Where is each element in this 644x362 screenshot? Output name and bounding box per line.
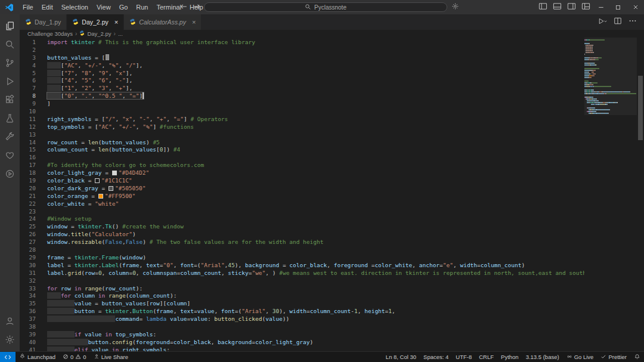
line-number[interactable]: 29 xyxy=(20,254,40,262)
line-number[interactable]: 16 xyxy=(20,154,40,162)
activity-tools-icon[interactable] xyxy=(0,128,20,146)
line-number[interactable]: 7 xyxy=(20,85,40,92)
code-line[interactable]: ["7", "8", "9", "x"], xyxy=(47,70,584,78)
line-number[interactable]: 1 xyxy=(20,39,40,47)
code-line[interactable] xyxy=(47,154,584,162)
line-number[interactable]: 6 xyxy=(20,77,40,85)
code-line[interactable]: ] xyxy=(47,100,584,108)
toggle-panel-icon[interactable] xyxy=(553,2,562,12)
more-actions-icon[interactable] xyxy=(628,17,637,27)
code-line[interactable]: ["1", "2", "3", "+"], xyxy=(47,85,584,92)
line-number[interactable]: 28 xyxy=(20,246,40,254)
python-interpreter[interactable]: 3.13.5 (base) xyxy=(522,354,563,360)
toggle-sidebar-icon[interactable] xyxy=(538,2,547,12)
line-number[interactable]: 31 xyxy=(20,270,40,277)
code-line[interactable]: for column in range(column_count): xyxy=(47,292,584,300)
activity-liveshare-icon[interactable] xyxy=(0,146,20,165)
maximize-icon[interactable] xyxy=(609,0,627,14)
line-number[interactable]: 26 xyxy=(20,231,40,239)
line-number[interactable]: 15 xyxy=(20,146,40,154)
code-line[interactable]: window.title("Calculator") xyxy=(47,231,584,239)
line-number[interactable]: 17 xyxy=(20,162,40,169)
tab-close-icon[interactable]: × xyxy=(114,19,118,26)
code-line[interactable]: window = tkinter.Tk() #create the window xyxy=(47,223,584,231)
command-center-search[interactable]: Pyclassnote xyxy=(204,2,447,12)
line-number[interactable]: 19 xyxy=(20,177,40,185)
code-line[interactable]: ["4", "5", "6", "-"], xyxy=(47,77,584,85)
activity-testing-icon[interactable] xyxy=(0,109,20,128)
menu-file[interactable]: File xyxy=(18,4,38,11)
settings-gear-icon[interactable] xyxy=(0,330,20,349)
code-line[interactable]: color_dark_gray = "#505050" xyxy=(47,185,584,193)
prettier-status[interactable]: Prettier xyxy=(597,354,630,361)
code-line[interactable]: command= lambda value=value: button_clic… xyxy=(47,315,584,323)
line-number[interactable]: 38 xyxy=(20,323,40,331)
code-line[interactable]: ["0", ".", "^0.5 ", "="] xyxy=(47,92,584,100)
code-line[interactable]: frame = tkinter.Frame(window) xyxy=(47,254,584,262)
line-number[interactable]: 18 xyxy=(20,169,40,177)
notifications-bell[interactable] xyxy=(630,353,644,361)
code-line[interactable] xyxy=(47,47,584,54)
line-number[interactable]: 20 xyxy=(20,185,40,193)
activity-extensions-icon[interactable] xyxy=(0,91,20,109)
code-line[interactable]: button_values = [ xyxy=(47,54,584,62)
code-line[interactable] xyxy=(47,246,584,254)
tab-day2[interactable]: Day_2.py × xyxy=(67,14,124,30)
line-number[interactable]: 32 xyxy=(20,277,40,285)
line-number[interactable]: 36 xyxy=(20,308,40,315)
problems-status[interactable]: 0 0 xyxy=(59,352,90,362)
line-number[interactable]: 8 xyxy=(20,92,40,100)
activity-source-control-icon[interactable] xyxy=(0,54,20,72)
eol-sequence[interactable]: CRLF xyxy=(475,354,497,360)
code-line[interactable]: right_symbols = ["/", "x", "-", "+", "="… xyxy=(47,116,584,123)
tab-day1[interactable]: Day_1.py xyxy=(20,14,67,30)
line-number[interactable]: 3 xyxy=(20,54,40,62)
cursor-position[interactable]: Ln 8, Col 30 xyxy=(382,354,420,360)
code-line[interactable] xyxy=(47,323,584,331)
toggle-secondary-sidebar-icon[interactable] xyxy=(567,2,576,12)
line-number[interactable]: 41 xyxy=(20,346,40,351)
code-line[interactable]: for row in range(row_count): xyxy=(47,285,584,293)
code-line[interactable]: #To identify the colors go to schemecolo… xyxy=(47,162,584,169)
code-line[interactable] xyxy=(47,131,584,139)
line-number[interactable]: 30 xyxy=(20,262,40,270)
line-number[interactable]: 11 xyxy=(20,116,40,123)
menu-selection[interactable]: Selection xyxy=(57,4,92,11)
code-line[interactable]: column_count = len(button_values[0]) #4 xyxy=(47,146,584,154)
activity-run-extension-icon[interactable] xyxy=(0,165,20,183)
line-number[interactable]: 14 xyxy=(20,139,40,147)
back-icon[interactable] xyxy=(179,2,188,12)
code-line[interactable] xyxy=(47,208,584,216)
encoding[interactable]: UTF-8 xyxy=(452,354,475,360)
code-line[interactable]: label = tkinter.Label(frame, text="0", f… xyxy=(47,262,584,270)
menu-go[interactable]: Go xyxy=(115,4,132,11)
code-line[interactable] xyxy=(47,277,584,285)
color-swatch[interactable] xyxy=(98,194,103,199)
code-line[interactable]: elif value in right_symbols: xyxy=(47,346,584,351)
code-line[interactable]: import tkinter # This is the graphical u… xyxy=(47,39,584,47)
activity-search-icon[interactable] xyxy=(0,35,20,54)
code-line[interactable]: #Window setup xyxy=(47,215,584,223)
menu-edit[interactable]: Edit xyxy=(38,4,57,11)
line-number[interactable]: 40 xyxy=(20,339,40,346)
go-live-status[interactable]: Go Live xyxy=(563,354,597,361)
forward-icon[interactable] xyxy=(193,2,201,12)
line-number[interactable]: 25 xyxy=(20,223,40,231)
tab-calculatorass[interactable]: CalculatorAss.py × xyxy=(124,14,202,30)
command-center-settings-icon[interactable] xyxy=(451,2,459,11)
breadcrumb-folder[interactable]: Challenge 30days xyxy=(27,30,73,37)
breadcrumb-symbol[interactable]: ... xyxy=(118,30,123,37)
activity-explorer-icon[interactable] xyxy=(0,17,20,35)
line-number[interactable]: 24 xyxy=(20,215,40,223)
color-swatch[interactable] xyxy=(95,178,100,183)
code-line[interactable]: value = button_values[row][column] xyxy=(47,300,584,308)
line-number[interactable]: 4 xyxy=(20,62,40,70)
line-number[interactable]: 13 xyxy=(20,131,40,139)
line-number[interactable]: 39 xyxy=(20,331,40,339)
launchpad-status[interactable]: Launchpad xyxy=(16,352,59,362)
minimize-icon[interactable] xyxy=(592,0,609,14)
account-icon[interactable] xyxy=(0,312,20,330)
tab-close-icon[interactable]: × xyxy=(192,19,196,26)
menu-run[interactable]: Run xyxy=(132,4,152,11)
breadcrumb-file[interactable]: Day_2.py xyxy=(87,30,111,37)
